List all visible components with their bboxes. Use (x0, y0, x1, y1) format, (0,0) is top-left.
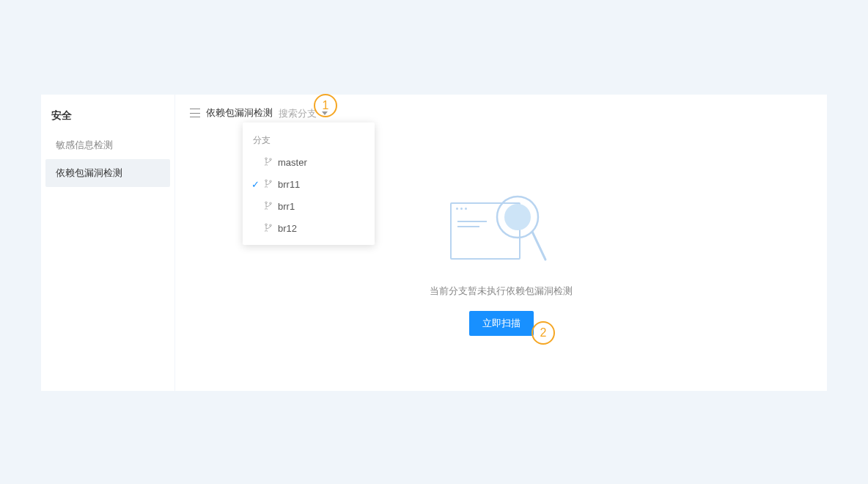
dropdown-item-label: brr11 (278, 179, 300, 190)
magnifier-icon (496, 194, 547, 264)
sidebar-title: 安全 (41, 106, 174, 131)
branch-icon (265, 178, 273, 190)
sidebar-item-label: 敏感信息检测 (56, 139, 113, 150)
callout-marker-1: 1 (314, 94, 337, 117)
check-icon: ✓ (251, 179, 260, 190)
search-branch-input[interactable] (279, 108, 319, 119)
dropdown-item-label: master (278, 157, 307, 168)
svg-point-1 (504, 204, 531, 230)
sidebar-item-dependency[interactable]: 依赖包漏洞检测 (45, 159, 170, 187)
sidebar-item-sensitive[interactable]: 敏感信息检测 (45, 131, 170, 159)
empty-message: 当前分支暂未执行依赖包漏洞检测 (430, 285, 573, 298)
dropdown-section-label: 分支 (243, 128, 375, 151)
sidebar: 安全 敏感信息检测 依赖包漏洞检测 (41, 95, 174, 391)
branch-icon (265, 156, 273, 168)
svg-line-2 (532, 232, 545, 260)
check-slot: ✓ (250, 179, 260, 190)
empty-illustration (450, 194, 553, 267)
page-title: 依赖包漏洞检测 (206, 106, 273, 120)
sidebar-item-label: 依赖包漏洞检测 (56, 167, 122, 178)
hamburger-icon[interactable] (190, 109, 200, 117)
dropdown-item-label: brr1 (278, 201, 295, 212)
scan-now-button[interactable]: 立即扫描 (469, 311, 534, 336)
dropdown-item-label: br12 (278, 223, 297, 234)
dropdown-item-br12[interactable]: br12 (243, 217, 375, 239)
main-content: 依赖包漏洞检测 分支 master ✓ (175, 95, 827, 391)
toolbar: 依赖包漏洞检测 (190, 106, 812, 120)
dropdown-item-brr11[interactable]: ✓ brr11 (243, 173, 375, 195)
branch-dropdown: 分支 master ✓ brr11 (243, 122, 375, 245)
callout-marker-2: 2 (532, 321, 555, 345)
branch-icon (265, 222, 273, 234)
branch-icon (265, 200, 273, 212)
dropdown-item-brr1[interactable]: brr1 (243, 195, 375, 217)
dropdown-item-master[interactable]: master (243, 151, 375, 173)
